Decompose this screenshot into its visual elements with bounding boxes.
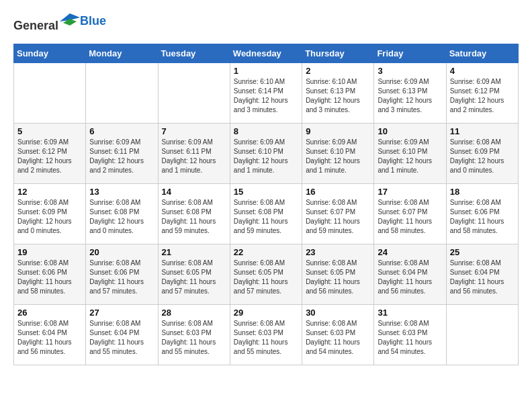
- day-number: 17: [378, 187, 442, 197]
- logo-bird-icon: [60, 13, 80, 30]
- day-number: 11: [450, 126, 515, 136]
- day-number: 25: [450, 247, 515, 257]
- day-number: 9: [306, 126, 370, 136]
- day-number: 28: [162, 308, 226, 318]
- calendar-cell: 25Sunrise: 6:08 AM Sunset: 6:04 PM Dayli…: [446, 244, 518, 305]
- calendar-cell: 2Sunrise: 6:10 AM Sunset: 6:13 PM Daylig…: [302, 63, 374, 124]
- day-detail: Sunrise: 6:08 AM Sunset: 6:08 PM Dayligh…: [89, 198, 154, 236]
- day-detail: Sunrise: 6:08 AM Sunset: 6:09 PM Dayligh…: [450, 138, 515, 175]
- day-number: 16: [306, 187, 370, 197]
- day-detail: Sunrise: 6:08 AM Sunset: 6:09 PM Dayligh…: [17, 198, 82, 236]
- calendar-cell: 9Sunrise: 6:09 AM Sunset: 6:10 PM Daylig…: [302, 124, 374, 184]
- day-detail: Sunrise: 6:09 AM Sunset: 6:12 PM Dayligh…: [17, 138, 82, 175]
- day-detail: Sunrise: 6:09 AM Sunset: 6:10 PM Dayligh…: [234, 138, 298, 175]
- calendar-cell: 4Sunrise: 6:09 AM Sunset: 6:12 PM Daylig…: [446, 63, 518, 124]
- calendar-cell: 10Sunrise: 6:09 AM Sunset: 6:10 PM Dayli…: [374, 124, 446, 184]
- calendar-cell: [14, 63, 86, 124]
- day-number: 3: [378, 66, 442, 76]
- weekday-header-row: SundayMondayTuesdayWednesdayThursdayFrid…: [14, 44, 519, 63]
- calendar-cell: 20Sunrise: 6:08 AM Sunset: 6:06 PM Dayli…: [86, 244, 158, 305]
- calendar-week-row: 1Sunrise: 6:10 AM Sunset: 6:14 PM Daylig…: [14, 63, 519, 124]
- calendar-cell: 19Sunrise: 6:08 AM Sunset: 6:06 PM Dayli…: [14, 244, 86, 305]
- day-detail: Sunrise: 6:08 AM Sunset: 6:06 PM Dayligh…: [450, 198, 515, 236]
- calendar-cell: 6Sunrise: 6:09 AM Sunset: 6:11 PM Daylig…: [86, 124, 158, 184]
- day-detail: Sunrise: 6:10 AM Sunset: 6:14 PM Dayligh…: [234, 77, 298, 115]
- day-detail: Sunrise: 6:08 AM Sunset: 6:03 PM Dayligh…: [162, 319, 226, 357]
- calendar-cell: 29Sunrise: 6:08 AM Sunset: 6:03 PM Dayli…: [230, 305, 302, 365]
- day-number: 21: [162, 247, 226, 257]
- calendar-cell: 3Sunrise: 6:09 AM Sunset: 6:13 PM Daylig…: [374, 63, 446, 124]
- calendar-table: SundayMondayTuesdayWednesdayThursdayFrid…: [13, 44, 519, 365]
- weekday-header-monday: Monday: [86, 44, 158, 63]
- calendar-cell: 18Sunrise: 6:08 AM Sunset: 6:06 PM Dayli…: [446, 184, 518, 244]
- day-detail: Sunrise: 6:08 AM Sunset: 6:04 PM Dayligh…: [378, 259, 442, 296]
- day-number: 19: [17, 247, 82, 257]
- day-detail: Sunrise: 6:08 AM Sunset: 6:03 PM Dayligh…: [306, 319, 370, 357]
- day-number: 5: [17, 126, 82, 136]
- day-number: 2: [306, 66, 370, 76]
- day-number: 15: [234, 187, 298, 197]
- calendar-cell: 24Sunrise: 6:08 AM Sunset: 6:04 PM Dayli…: [374, 244, 446, 305]
- day-detail: Sunrise: 6:08 AM Sunset: 6:03 PM Dayligh…: [234, 319, 298, 357]
- day-number: 22: [234, 247, 298, 257]
- calendar-week-row: 26Sunrise: 6:08 AM Sunset: 6:04 PM Dayli…: [14, 305, 519, 365]
- calendar-cell: 30Sunrise: 6:08 AM Sunset: 6:03 PM Dayli…: [302, 305, 374, 365]
- day-number: 31: [378, 308, 442, 318]
- day-number: 12: [17, 187, 82, 197]
- weekday-header-saturday: Saturday: [446, 44, 518, 63]
- day-detail: Sunrise: 6:09 AM Sunset: 6:13 PM Dayligh…: [378, 77, 442, 115]
- calendar-cell: [86, 63, 158, 124]
- calendar-cell: 15Sunrise: 6:08 AM Sunset: 6:08 PM Dayli…: [230, 184, 302, 244]
- day-number: 13: [89, 187, 154, 197]
- calendar-cell: [158, 63, 230, 124]
- calendar-cell: 22Sunrise: 6:08 AM Sunset: 6:05 PM Dayli…: [230, 244, 302, 305]
- calendar-cell: 5Sunrise: 6:09 AM Sunset: 6:12 PM Daylig…: [14, 124, 86, 184]
- day-detail: Sunrise: 6:09 AM Sunset: 6:10 PM Dayligh…: [378, 138, 442, 175]
- calendar-cell: [446, 305, 518, 365]
- calendar-cell: 27Sunrise: 6:08 AM Sunset: 6:04 PM Dayli…: [86, 305, 158, 365]
- day-number: 7: [162, 126, 226, 136]
- day-number: 8: [234, 126, 298, 136]
- day-number: 14: [162, 187, 226, 197]
- calendar-header: SundayMondayTuesdayWednesdayThursdayFrid…: [14, 44, 519, 63]
- calendar-cell: 17Sunrise: 6:08 AM Sunset: 6:07 PM Dayli…: [374, 184, 446, 244]
- calendar-cell: 31Sunrise: 6:08 AM Sunset: 6:03 PM Dayli…: [374, 305, 446, 365]
- day-detail: Sunrise: 6:08 AM Sunset: 6:05 PM Dayligh…: [306, 259, 370, 296]
- day-number: 27: [89, 308, 154, 318]
- calendar-week-row: 12Sunrise: 6:08 AM Sunset: 6:09 PM Dayli…: [14, 184, 519, 244]
- calendar-cell: 12Sunrise: 6:08 AM Sunset: 6:09 PM Dayli…: [14, 184, 86, 244]
- day-number: 4: [450, 66, 515, 76]
- day-detail: Sunrise: 6:08 AM Sunset: 6:04 PM Dayligh…: [89, 319, 154, 357]
- calendar-cell: 28Sunrise: 6:08 AM Sunset: 6:03 PM Dayli…: [158, 305, 230, 365]
- day-number: 23: [306, 247, 370, 257]
- day-detail: Sunrise: 6:08 AM Sunset: 6:03 PM Dayligh…: [378, 319, 442, 357]
- day-detail: Sunrise: 6:08 AM Sunset: 6:06 PM Dayligh…: [17, 259, 82, 296]
- weekday-header-tuesday: Tuesday: [158, 44, 230, 63]
- calendar-body: 1Sunrise: 6:10 AM Sunset: 6:14 PM Daylig…: [14, 63, 519, 365]
- day-detail: Sunrise: 6:08 AM Sunset: 6:07 PM Dayligh…: [306, 198, 370, 236]
- day-number: 29: [234, 308, 298, 318]
- day-number: 24: [378, 247, 442, 257]
- day-detail: Sunrise: 6:08 AM Sunset: 6:04 PM Dayligh…: [450, 259, 515, 296]
- logo-general-text: General: [13, 13, 80, 33]
- weekday-header-sunday: Sunday: [14, 44, 86, 63]
- day-number: 6: [89, 126, 154, 136]
- logo-blue-text: Blue: [80, 14, 106, 28]
- day-number: 20: [89, 247, 154, 257]
- calendar-cell: 16Sunrise: 6:08 AM Sunset: 6:07 PM Dayli…: [302, 184, 374, 244]
- calendar-cell: 11Sunrise: 6:08 AM Sunset: 6:09 PM Dayli…: [446, 124, 518, 184]
- day-detail: Sunrise: 6:08 AM Sunset: 6:04 PM Dayligh…: [17, 319, 82, 357]
- weekday-header-friday: Friday: [374, 44, 446, 63]
- day-detail: Sunrise: 6:08 AM Sunset: 6:07 PM Dayligh…: [378, 198, 442, 236]
- calendar-cell: 13Sunrise: 6:08 AM Sunset: 6:08 PM Dayli…: [86, 184, 158, 244]
- day-detail: Sunrise: 6:09 AM Sunset: 6:11 PM Dayligh…: [89, 138, 154, 175]
- day-number: 1: [234, 66, 298, 76]
- logo-text-general: General: [13, 19, 58, 32]
- calendar-week-row: 19Sunrise: 6:08 AM Sunset: 6:06 PM Dayli…: [14, 244, 519, 305]
- logo: General Blue: [13, 13, 106, 33]
- day-detail: Sunrise: 6:10 AM Sunset: 6:13 PM Dayligh…: [306, 77, 370, 115]
- day-detail: Sunrise: 6:08 AM Sunset: 6:08 PM Dayligh…: [234, 198, 298, 236]
- day-number: 26: [17, 308, 82, 318]
- day-number: 30: [306, 308, 370, 318]
- weekday-header-thursday: Thursday: [302, 44, 374, 63]
